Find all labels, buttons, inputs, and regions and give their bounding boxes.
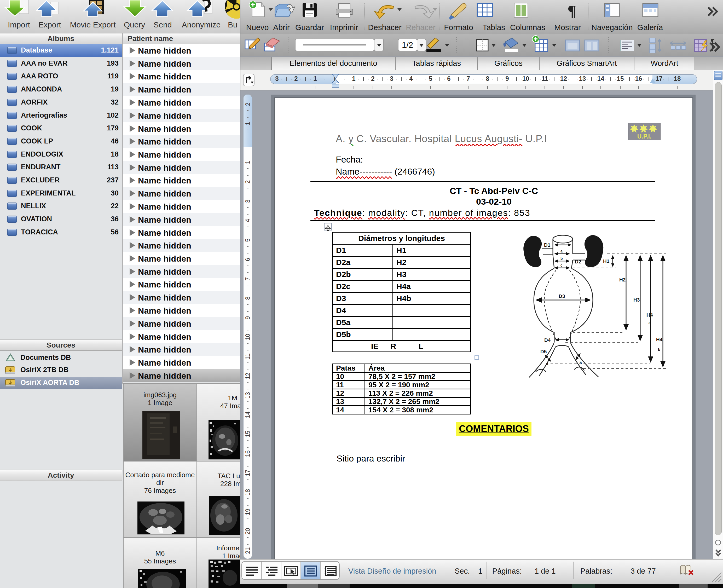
svg-text:D5: D5	[540, 349, 547, 354]
svg-text:H3: H3	[633, 297, 640, 302]
svg-text:D1: D1	[544, 242, 551, 248]
svg-text:D3: D3	[559, 293, 565, 299]
svg-text:b: b	[579, 361, 582, 365]
svg-text:H4: H4	[656, 337, 663, 342]
svg-text:b: b	[658, 347, 660, 352]
svg-text:D2: D2	[575, 259, 581, 265]
svg-text:a: a	[546, 361, 548, 365]
svg-text:¶: ¶	[568, 2, 576, 20]
svg-text:1/2: 1/2	[402, 41, 413, 50]
svg-text:a: a	[648, 320, 651, 325]
svg-text:a: a	[560, 249, 562, 253]
svg-text:H1: H1	[603, 258, 610, 264]
svg-text:D4: D4	[544, 337, 551, 343]
svg-text:c: c	[560, 263, 562, 267]
svg-text:H2: H2	[619, 277, 625, 282]
svg-text:H4: H4	[646, 312, 653, 318]
svg-text:b: b	[560, 256, 563, 260]
